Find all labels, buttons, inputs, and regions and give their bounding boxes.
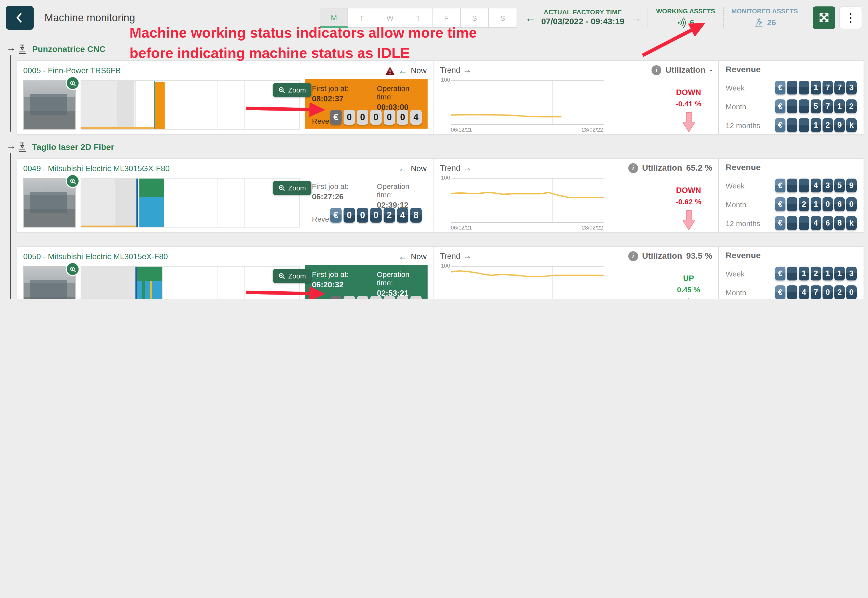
machine-photo[interactable] <box>23 178 76 227</box>
digit-box: 5 <box>834 179 845 193</box>
factory-time: ACTUAL FACTORY TIME 07/03/2022 - 09:43:1… <box>541 8 625 28</box>
digit-box <box>787 267 797 280</box>
digit-box: 0 <box>823 197 833 211</box>
euro-box: € <box>330 110 342 125</box>
first-job-label: First job at: <box>312 84 377 93</box>
zoom-button-label: Zoom <box>288 86 306 94</box>
trend-link[interactable]: Trend→ <box>440 65 471 75</box>
next-day-arrow-icon[interactable]: → <box>630 11 641 24</box>
photo-magnifier-badge[interactable] <box>66 174 80 188</box>
info-icon[interactable]: i <box>652 65 661 75</box>
machine-photo[interactable] <box>23 266 76 299</box>
machine-name[interactable]: 0005 - Finn-Power TRS6FB <box>23 66 121 75</box>
photo-magnifier-badge[interactable] <box>66 262 80 276</box>
utilization-value: 65.2 % <box>686 163 712 173</box>
now-indicator[interactable]: ← Now <box>398 251 427 262</box>
now-indicator[interactable]: ← Now <box>385 66 427 76</box>
utilization: i Utilization 93.5 % <box>628 251 712 261</box>
day-tab-4[interactable]: F <box>433 8 461 28</box>
trend-direction: DOWN <box>665 186 712 195</box>
month-digits: €21060 <box>775 197 857 211</box>
digit-box: 2 <box>834 286 845 299</box>
month-digits: €47020 <box>775 286 857 299</box>
now-label: Now <box>411 164 427 173</box>
day-tab-1[interactable]: T <box>348 8 376 28</box>
euro-box: € <box>330 296 342 299</box>
twelve-months-label: 12 months <box>726 219 760 227</box>
back-button[interactable] <box>6 6 34 30</box>
day-tab-5[interactable]: S <box>461 8 489 28</box>
trend-section: Trend→ i Utilization - 100 <box>434 61 719 134</box>
revenue-month-row: Month €47020 <box>726 286 857 299</box>
digit-box: 1 <box>834 99 845 113</box>
fullscreen-button[interactable] <box>813 6 835 29</box>
trend-direction-arrow-icon <box>682 112 695 132</box>
machine-name[interactable]: 0050 - Mitsubishi Electric ML3015eX-F80 <box>23 252 168 261</box>
group-name[interactable]: Punzonatrice CNC <box>32 45 106 54</box>
status-panel: First job at: 08:02:37 Operation time: 0… <box>305 79 428 129</box>
group-name[interactable]: Taglio laser 2D Fiber <box>32 142 114 152</box>
info-icon[interactable]: i <box>628 163 638 173</box>
monitored-assets-value: 26 <box>767 18 776 28</box>
trend-indicator: DOWN -0.41 % <box>665 80 712 135</box>
utilization-value: 93.5 % <box>686 251 712 261</box>
digit-box: 1 <box>811 81 821 94</box>
now-label: Now <box>411 252 427 261</box>
day-tab-6[interactable]: S <box>489 8 517 28</box>
first-job-label: First job at: <box>312 182 377 190</box>
timeline-segment <box>137 179 139 227</box>
zoom-button[interactable]: Zoom <box>273 269 312 283</box>
trend-arrow-right-icon: → <box>463 251 471 261</box>
euro-box: € <box>775 81 786 94</box>
trend-link[interactable]: Trend→ <box>440 163 471 173</box>
digit-box <box>787 179 797 193</box>
digit-box: 7 <box>823 81 833 94</box>
revenue-section: Revenue Week €4359 Month €21060 12 month… <box>719 159 864 232</box>
day-tab-0[interactable]: M <box>320 8 348 28</box>
timeline-segment <box>135 267 137 299</box>
group-rows: 0005 - Finn-Power TRS6FB ← Now <box>17 60 864 135</box>
day-tab-3[interactable]: T <box>404 8 433 28</box>
first-job-value: 06:20:32 <box>312 280 377 289</box>
menu-kebab-button[interactable]: ⋮ <box>839 6 862 29</box>
machine-card: 0050 - Mitsubishi Electric ML3015eX-F80 … <box>17 246 864 299</box>
revenue-counter: €000248 <box>330 208 422 223</box>
digit-box: 0 <box>357 208 368 223</box>
digit-box: 2 <box>383 208 395 223</box>
day-tab-2[interactable]: W <box>376 8 404 28</box>
month-label: Month <box>726 200 746 208</box>
machine-photo[interactable] <box>23 80 76 130</box>
zoom-button[interactable]: Zoom <box>273 83 312 97</box>
euro-box: € <box>330 208 342 223</box>
timeline-segment <box>115 179 136 227</box>
digit-box <box>787 286 797 299</box>
x-axis-start: 06/12/21 <box>451 127 472 133</box>
digit-box: 4 <box>811 179 821 193</box>
magnifier-plus-icon <box>69 266 76 272</box>
timeline-segment <box>81 226 138 227</box>
info-icon[interactable]: i <box>628 251 638 261</box>
x-axis-end: 28/02/22 <box>582 224 603 230</box>
revenue-week-row: Week €12113 <box>726 267 857 280</box>
revenue-section: Revenue Week €1773 Month €5712 12 months… <box>719 61 864 134</box>
zoom-button[interactable]: Zoom <box>273 181 312 195</box>
trend-section: Trend→ i Utilization 93.5 % 100 <box>434 247 719 299</box>
page-title: Machine monitoring <box>45 12 135 24</box>
prev-day-arrow-icon[interactable]: ← <box>525 11 536 24</box>
magnifier-icon <box>278 184 285 191</box>
digit-box: 1 <box>811 118 821 132</box>
trend-arrow-right-icon: → <box>463 65 471 75</box>
month-label: Month <box>726 288 746 296</box>
group-bracket <box>10 55 11 132</box>
photo-magnifier-badge[interactable] <box>66 76 80 90</box>
month-digits: €5712 <box>775 99 857 113</box>
expand-arrows-icon <box>817 11 831 24</box>
machine-name[interactable]: 0049 - Mitsubishi Electric ML3015GX-F80 <box>23 164 170 173</box>
now-indicator[interactable]: ← Now <box>398 163 427 174</box>
revenue-section: Revenue Week €12113 Month €47020 12 mont… <box>719 247 864 299</box>
digit-box: 1 <box>799 267 809 280</box>
week-digits: €12113 <box>775 267 857 280</box>
week-digits: €1773 <box>775 81 857 94</box>
trend-link[interactable]: Trend→ <box>440 251 471 261</box>
chevron-left-icon <box>14 11 25 24</box>
